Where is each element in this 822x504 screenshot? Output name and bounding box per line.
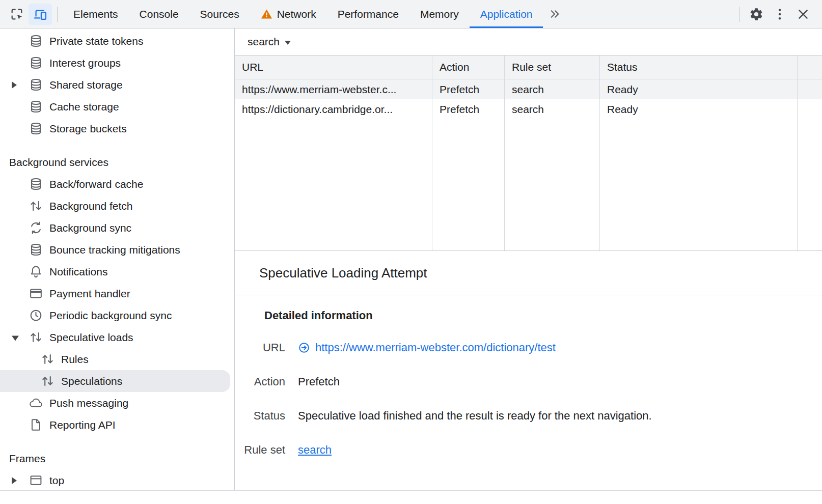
sidebar-item-bounce-tracking-mitigations[interactable]: Bounce tracking mitigations bbox=[0, 239, 234, 261]
detail-fields: URLhttps://www.merriam-webster.com/dicti… bbox=[235, 341, 822, 457]
tab-label: Performance bbox=[338, 8, 399, 20]
database-icon bbox=[29, 100, 43, 114]
sync-icon bbox=[29, 221, 43, 235]
details-heading: Detailed information bbox=[264, 309, 822, 322]
sidebar-item-label: Private state tokens bbox=[49, 35, 143, 47]
sidebar-item-label: top bbox=[49, 474, 64, 487]
device-toolbar-icon bbox=[33, 7, 47, 21]
sidebar-item-payment-handler[interactable]: Payment handler bbox=[0, 283, 234, 304]
devtools-content: Private state tokensInterest groupsShare… bbox=[0, 29, 822, 490]
filter-label: search bbox=[248, 36, 280, 48]
sidebar-item-label: Payment handler bbox=[49, 288, 130, 300]
sidebar-item-reporting-api[interactable]: Reporting API bbox=[0, 414, 234, 436]
tab-elements[interactable]: Elements bbox=[63, 0, 129, 28]
tab-label: Sources bbox=[200, 8, 239, 20]
sidebar-item-label: Interest groups bbox=[49, 57, 121, 69]
table-cell-rule-set[interactable]: search bbox=[505, 99, 600, 119]
sidebar-item-push-messaging[interactable]: Push messaging bbox=[0, 392, 234, 414]
device-toolbar-button[interactable] bbox=[29, 4, 52, 25]
expander-triangle-down-icon[interactable] bbox=[12, 335, 19, 341]
tab-performance[interactable]: Performance bbox=[327, 0, 409, 28]
sidebar-item-label: Shared storage bbox=[49, 79, 123, 91]
up-down-arrows-icon bbox=[29, 199, 43, 213]
sidebar-item-label: Cache storage bbox=[49, 101, 119, 113]
sidebar-item-back-forward-cache[interactable]: Back/forward cache bbox=[0, 173, 234, 195]
table-cell-rule-set[interactable]: search bbox=[505, 79, 600, 99]
sidebar-item-label: Background fetch bbox=[49, 200, 132, 212]
devtools-toolbar: ElementsConsoleSourcesNetworkPerformance… bbox=[0, 0, 822, 29]
sidebar-item-notifications[interactable]: Notifications bbox=[0, 261, 234, 283]
sidebar-item-speculations[interactable]: Speculations bbox=[0, 370, 230, 392]
column-header-status[interactable]: Status bbox=[600, 55, 798, 79]
expander-triangle-right-icon[interactable] bbox=[12, 81, 17, 89]
panel-tabs: ElementsConsoleSourcesNetworkPerformance… bbox=[63, 0, 543, 28]
speculations-view: search URLActionRule setStatushttps://ww… bbox=[235, 29, 822, 490]
tab-application[interactable]: Application bbox=[470, 0, 543, 28]
reveal-icon bbox=[298, 342, 310, 354]
database-icon bbox=[29, 34, 43, 48]
more-tabs-button[interactable] bbox=[543, 4, 566, 25]
tab-label: Network bbox=[277, 8, 316, 20]
table-cell-filler bbox=[798, 99, 822, 119]
column-header-action[interactable]: Action bbox=[432, 55, 505, 79]
sidebar-item-shared-storage[interactable]: Shared storage bbox=[0, 74, 234, 96]
field-label: Status bbox=[235, 409, 285, 423]
rule-set-link[interactable]: search bbox=[298, 443, 332, 457]
chevrons-right-icon bbox=[549, 8, 561, 20]
tab-sources[interactable]: Sources bbox=[189, 0, 250, 28]
table-empty-space bbox=[235, 119, 432, 250]
expander-triangle-right-icon[interactable] bbox=[12, 477, 17, 484]
sidebar-item-speculative-loads[interactable]: Speculative loads bbox=[0, 326, 234, 348]
cloud-icon bbox=[29, 396, 43, 410]
tab-console[interactable]: Console bbox=[129, 0, 189, 28]
sidebar-item-private-state-tokens[interactable]: Private state tokens bbox=[0, 30, 234, 52]
settings-icon bbox=[749, 7, 763, 21]
url-link[interactable]: https://www.merriam-webster.com/dictiona… bbox=[315, 341, 556, 354]
sidebar-item-interest-groups[interactable]: Interest groups bbox=[0, 52, 234, 74]
table-cell-url[interactable]: https://dictionary.cambridge.or... bbox=[235, 99, 432, 119]
sidebar-item-label: Back/forward cache bbox=[49, 178, 143, 190]
tab-label: Memory bbox=[420, 8, 459, 20]
field-label: Rule set bbox=[235, 443, 285, 457]
inspect-element-button[interactable] bbox=[5, 4, 29, 25]
table-cell-action[interactable]: Prefetch bbox=[432, 79, 505, 99]
sidebar-item-label: Bounce tracking mitigations bbox=[49, 244, 180, 256]
table-cell-status[interactable]: Ready bbox=[600, 99, 798, 119]
table-empty-space bbox=[505, 119, 600, 250]
column-header-rule-set[interactable]: Rule set bbox=[505, 55, 600, 79]
field-value: Prefetch bbox=[298, 375, 340, 388]
up-down-arrows-icon bbox=[41, 352, 54, 366]
sidebar-item-label: Rules bbox=[61, 353, 89, 366]
kebab-menu-button[interactable] bbox=[768, 4, 791, 25]
sidebar-item-cache-storage[interactable]: Cache storage bbox=[0, 96, 234, 118]
rule-set-filter-dropdown[interactable]: search bbox=[248, 36, 291, 48]
tab-label: Application bbox=[480, 8, 533, 20]
close-devtools-button[interactable] bbox=[791, 4, 815, 25]
database-icon bbox=[29, 78, 43, 92]
sidebar-item-rules[interactable]: Rules bbox=[0, 348, 234, 370]
detail-field-rule-set: Rule setsearch bbox=[235, 443, 822, 457]
sidebar-section-frames: Frames bbox=[0, 447, 234, 469]
table-cell-action[interactable]: Prefetch bbox=[432, 99, 505, 119]
details-pane-title: Speculative Loading Attempt bbox=[259, 265, 427, 281]
toolbar-right bbox=[734, 0, 822, 28]
table-cell-url[interactable]: https://www.merriam-webster.c... bbox=[235, 79, 432, 99]
database-icon bbox=[29, 56, 43, 70]
sidebar-item-top[interactable]: top bbox=[0, 469, 234, 490]
toolbar-divider bbox=[739, 7, 739, 22]
application-panel-sidebar: Private state tokensInterest groupsShare… bbox=[0, 29, 235, 490]
field-value: https://www.merriam-webster.com/dictiona… bbox=[298, 341, 556, 354]
database-icon bbox=[29, 177, 43, 191]
column-header-url[interactable]: URL bbox=[235, 55, 432, 79]
sidebar-item-background-sync[interactable]: Background sync bbox=[0, 217, 234, 239]
settings-button[interactable] bbox=[745, 4, 768, 25]
sidebar-item-background-fetch[interactable]: Background fetch bbox=[0, 195, 234, 217]
field-label: URL bbox=[235, 341, 285, 354]
tab-network[interactable]: Network bbox=[250, 0, 327, 28]
sidebar-item-periodic-background-sync[interactable]: Periodic background sync bbox=[0, 304, 234, 326]
warning-icon bbox=[261, 8, 272, 20]
tab-memory[interactable]: Memory bbox=[409, 0, 470, 28]
table-cell-status[interactable]: Ready bbox=[600, 79, 798, 99]
sidebar-item-label: Background sync bbox=[49, 222, 131, 234]
sidebar-item-storage-buckets[interactable]: Storage buckets bbox=[0, 118, 234, 139]
